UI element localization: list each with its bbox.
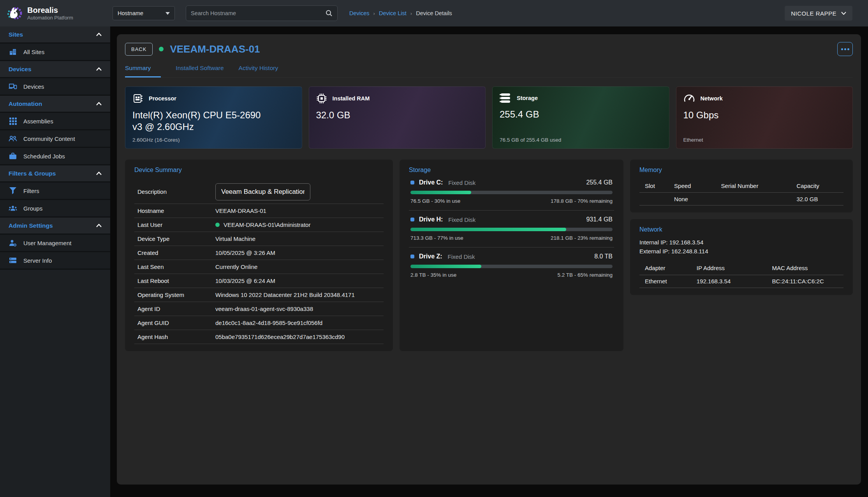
summary-row-hostname: Hostname VEEAM-DRAAS-01 [134,204,384,218]
cell-mac: BC:24:11:CA:C6:2C [772,278,843,285]
column-header: Speed [674,183,721,189]
sidebar-item-community-content[interactable]: Community Content [0,130,110,148]
tab-summary[interactable]: Summary [125,65,161,77]
row-label: Last User [137,221,215,228]
sidebar-item-server-info[interactable]: Server Info [0,252,110,270]
page-header: BACK VEEAM-DRAAS-01 [125,42,853,56]
breadcrumb-device-list[interactable]: Device List [379,10,407,16]
tab-installed-software[interactable]: Installed Software [176,65,224,77]
chevron-up-icon [96,67,102,71]
sidebar-section-label: Admin Settings [9,222,53,229]
user-menu-button[interactable]: NICOLE RAPPE [785,6,852,21]
back-button[interactable]: BACK [125,43,153,56]
brand: Borealis Automation Platform [0,5,110,22]
panel-title: Storage [409,167,614,174]
user-menu-label: NICOLE RAPPE [791,10,836,17]
row-label: Agent GUID [137,320,215,326]
row-value: 05ba0e7935171d626ecea29b27d7ae175363cd90 [215,334,345,340]
brand-tagline: Automation Platform [27,15,73,21]
column-header: Serial Number [721,183,797,189]
sidebar-item-groups[interactable]: Groups [0,200,110,218]
memory-row: None 32.0 GB [639,192,843,205]
sidebar-section-label: Sites [9,31,23,38]
sidebar-item-assemblies[interactable]: Assemblies [0,113,110,130]
sidebar-item-all-sites[interactable]: All Sites [0,44,110,61]
breadcrumb: Devices › Device List › Device Details [349,10,452,16]
grid-icon [9,117,17,125]
search-input[interactable] [191,10,326,16]
card-value: 255.4 GB [500,109,640,120]
row-label: Description [137,188,215,195]
panel-title: Memory [639,167,843,174]
chevron-up-icon [96,172,102,175]
breadcrumb-devices[interactable]: Devices [349,10,370,16]
panel-title: Network [639,226,843,233]
row-label: Agent Hash [137,334,215,340]
sidebar-item-filters[interactable]: Filters [0,183,110,200]
drive-size: 8.0 TB [594,253,613,260]
stat-cards: Processor Intel(R) Xeon(R) CPU E5-2690 v… [125,86,853,149]
tab-activity-history[interactable]: Activity History [239,65,278,77]
sidebar-section-filters-groups[interactable]: Filters & Groups [0,165,110,183]
sidebar-section-devices[interactable]: Devices [0,61,110,78]
brand-name: Borealis [27,6,73,15]
page-title: VEEAM-DRAAS-01 [170,43,260,55]
cpu-icon [132,93,143,104]
panel-title: Device Summary [134,167,384,174]
building-icon [9,47,17,56]
sidebar-item-user-management[interactable]: User Management [0,235,110,252]
column-header: Slot [639,183,674,189]
internal-ip: Internal IP: 192.168.3.54 [639,238,843,247]
online-status-dot [215,223,220,227]
device-summary-panel: Device Summary Description Hostname VEEA… [125,160,393,351]
sidebar-item-label: All Sites [23,49,44,55]
drive-usage-fill [410,228,566,231]
sidebar-section-label: Filters & Groups [9,170,56,177]
drive-type: Fixed Disk [448,216,475,223]
chevron-down-icon [841,12,846,15]
sidebar-item-label: User Management [23,240,71,246]
devices-icon [9,82,17,91]
storage-stack-icon [500,93,511,103]
row-value: Currently Online [215,263,257,270]
row-value: de16c0c1-8aa2-4d18-9585-9ce91cf056fd [215,320,322,326]
ram-chip-icon [316,93,327,104]
search-box[interactable] [186,5,338,21]
drive-used-text: 76.5 GB - 30% in use [410,198,460,204]
chevron-up-icon [96,33,102,36]
summary-row-last-seen: Last Seen Currently Online [134,260,384,274]
search-icon [326,10,333,17]
column-header: Adapter [639,265,697,271]
summary-row-agent-guid: Agent GUID de16c0c1-8aa2-4d18-9585-9ce91… [134,316,384,330]
breadcrumb-separator-icon: › [410,11,412,16]
chevron-up-icon [96,224,102,227]
storage-panel: Storage Drive C: Fixed Disk 255.4 GB [400,160,623,351]
description-input[interactable] [215,183,310,200]
cell-capacity: 32.0 GB [796,196,843,202]
cell-speed: None [674,196,721,202]
sidebar-section-admin-settings[interactable]: Admin Settings [0,218,110,235]
funnel-icon [9,186,17,195]
sidebar-section-sites[interactable]: Sites [0,26,110,44]
card-value: 32.0 GB [316,109,456,121]
network-adapter-row: Ethernet 192.168.3.54 BC:24:11:CA:C6:2C [639,275,843,288]
sidebar-item-devices[interactable]: Devices [0,78,110,96]
user-gear-icon [9,239,17,247]
detail-panels: Device Summary Description Hostname VEEA… [125,160,853,351]
row-label: Last Reboot [137,277,215,284]
sidebar: Sites All Sites Devices Devices Automati… [0,26,110,497]
sidebar-item-label: Assemblies [23,118,53,125]
card-value: Intel(R) Xeon(R) CPU E5-2690 v3 @ 2.60GH… [132,109,273,133]
sidebar-section-automation[interactable]: Automation [0,96,110,113]
sidebar-item-label: Community Content [23,135,75,142]
more-actions-button[interactable] [837,42,853,56]
breadcrumb-separator-icon: › [373,11,375,16]
memory-table: Slot Speed Serial Number Capacity None 3… [639,179,843,205]
drive-usage-fill [410,191,471,194]
sidebar-item-label: Server Info [23,257,52,264]
column-header: Capacity [796,183,843,189]
hostname-filter-select[interactable]: Hostname [113,6,175,20]
row-label: Created [137,249,215,256]
sidebar-item-scheduled-jobs[interactable]: Scheduled Jobs [0,148,110,165]
row-value: VEEAM-DRAAS-01 [215,207,266,214]
